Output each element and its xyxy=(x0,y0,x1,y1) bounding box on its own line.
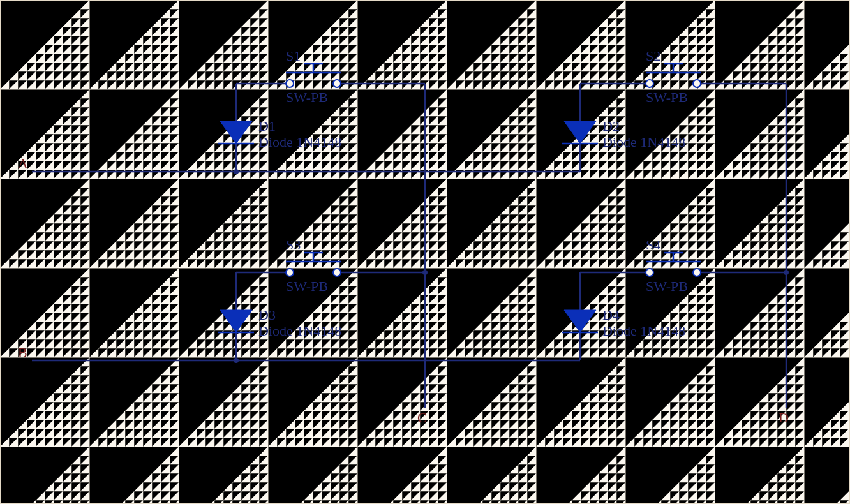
schematic-canvas: A C D S1 SW-PB D1 xyxy=(0,0,850,504)
d4-val: Diode 1N4148 xyxy=(602,323,685,339)
s3-val: SW-PB xyxy=(286,278,328,294)
svg-point-19 xyxy=(693,80,701,87)
s1-val: SW-PB xyxy=(286,89,328,105)
junction-d-s4 xyxy=(784,270,789,275)
s1-ref: S1 xyxy=(286,48,301,64)
svg-point-29 xyxy=(333,269,341,276)
d2-val: Diode 1N4148 xyxy=(602,134,685,150)
net-label-b: B xyxy=(18,345,27,360)
d4-ref: D4 xyxy=(602,307,620,323)
s4-ref: S4 xyxy=(646,237,660,253)
net-label-c: C xyxy=(417,410,427,426)
svg-point-37 xyxy=(646,269,653,276)
d3-ref: D3 xyxy=(258,307,276,323)
net-label-a: A xyxy=(18,156,28,172)
d2-ref: D2 xyxy=(602,118,620,134)
svg-point-28 xyxy=(286,269,294,276)
net-label-d: D xyxy=(779,410,789,426)
s4-val: SW-PB xyxy=(646,278,688,294)
d1-ref: D1 xyxy=(258,118,276,134)
d1-val: Diode 1N4148 xyxy=(258,134,341,150)
d3-val: Diode 1N4148 xyxy=(258,323,341,339)
svg-point-9 xyxy=(333,80,341,87)
s2-val: SW-PB xyxy=(646,89,688,105)
junction-c-s3 xyxy=(422,270,428,275)
svg-point-5 xyxy=(234,169,239,174)
s2-ref: S2 xyxy=(646,48,660,64)
svg-point-38 xyxy=(693,269,701,276)
junction-b-cell3 xyxy=(234,358,239,363)
svg-point-18 xyxy=(646,80,653,87)
s3-ref: S3 xyxy=(286,237,301,253)
svg-point-8 xyxy=(286,80,294,87)
